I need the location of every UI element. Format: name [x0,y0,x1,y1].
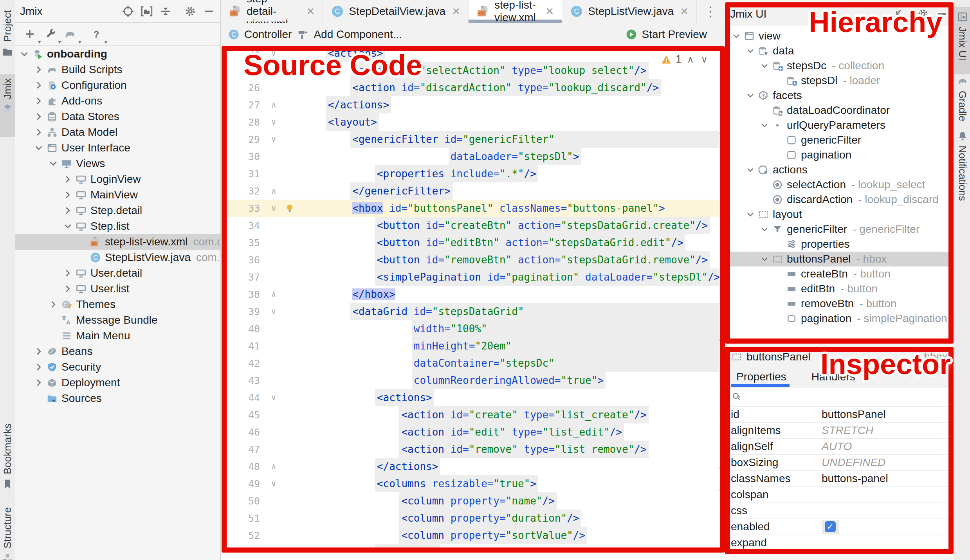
code-line-34[interactable]: 34 <button id="createBtn" action="stepsD… [227,217,719,234]
chevron-right-icon[interactable] [47,299,59,310]
inspection-widget[interactable]: 1 ∧ ∨ [661,53,709,65]
code-line-30[interactable]: 30 dataLoader="stepsDl"> [227,148,719,165]
property-row-height[interactable]: heightUNDEFINED [725,551,953,554]
gear-icon[interactable] [916,7,930,21]
tab-handlers[interactable]: Handlers [811,371,855,383]
editor-tab-step-list-view.xml[interactable]: <>step-list-view.xml✕ [469,0,562,23]
chevron-down-icon[interactable] [745,209,756,220]
code-line-49[interactable]: 49∨ <columns resizable="true"> [227,475,719,492]
project-item-configuration[interactable]: Configuration [15,77,220,93]
hierarchy-node-pagination[interactable]: pagination [725,148,953,162]
hierarchy-node-removebtn[interactable]: removeBtn- button [725,296,953,311]
code-line-39[interactable]: 39∨ <dataGrid id="stepsDataGrid" [227,303,719,320]
add-component-button[interactable]: Add Component... [297,28,402,41]
project-item-data-model[interactable]: Data Model [15,124,220,140]
editor-tab-step-detail-view.xml[interactable]: <>step-detail-view.xml✕ [221,0,323,23]
locate-icon[interactable] [121,5,135,18]
code-line-27[interactable]: 27∧ </actions> [227,96,719,113]
tool-stripe-tab-gradle[interactable]: Gradle [954,71,970,129]
chevron-right-icon[interactable] [62,173,74,185]
chevron-right-icon[interactable] [33,377,45,389]
close-tab-icon[interactable]: ✕ [452,5,460,18]
chevron-right-icon[interactable] [62,283,74,295]
editor-tab-StepDetailView.java[interactable]: CStepDetailView.java✕ [323,0,469,23]
collapse-all-icon[interactable] [159,5,172,18]
project-item-build-scripts[interactable]: Build Scripts [15,62,220,77]
tab-list-menu-icon[interactable]: ⋮ [697,4,725,19]
chevron-down-icon[interactable] [33,142,45,154]
chevron-right-icon[interactable] [62,205,74,216]
chevron-down-icon[interactable] [745,90,756,101]
chevron-right-icon[interactable] [33,79,45,91]
project-item-sources[interactable]: Sources [15,391,220,406]
project-item-user-interface[interactable]: User Interface [15,140,220,156]
fold-marker-icon[interactable]: ∧ [266,548,281,552]
intention-bulb-icon[interactable] [285,203,295,213]
tab-properties[interactable]: Properties [736,371,786,383]
project-item-beans[interactable]: Beans [15,344,220,359]
project-item-step-detail[interactable]: Step.detail [15,203,220,218]
next-problem-icon[interactable]: ∨ [700,54,710,65]
code-line-35[interactable]: 35 <button id="editBtn" action="stepsDat… [227,234,719,251]
tool-stripe-tab-jmix-ui[interactable]: Jmix UI [954,7,970,74]
hierarchy-node-layout[interactable]: layout [725,207,953,222]
property-row-colspan[interactable]: colspan [725,487,953,503]
property-search-field[interactable] [725,387,953,407]
fold-marker-icon[interactable]: ∨ [266,203,281,213]
project-item-mainview[interactable]: MainView [15,187,220,203]
hierarchy-node-data[interactable]: data [725,43,953,58]
code-line-46[interactable]: 46 <action id="edit" type="list_edit"/> [227,423,719,441]
hierarchy-node-stepsdl[interactable]: stepsDl- loader [725,73,953,88]
property-row-classNames[interactable]: classNamesbuttons-panel [725,471,953,487]
code-line-38[interactable]: 38∧ </hbox> [227,286,719,303]
property-row-id[interactable]: idbuttonsPanel [725,407,953,423]
project-item-add-ons[interactable]: Add-ons [15,93,220,109]
property-row-boxSizing[interactable]: boxSizingUNDEFINED [725,455,953,471]
chevron-down-icon[interactable] [745,164,756,176]
code-line-47[interactable]: 47 <action id="remove" type="list_remove… [227,441,719,458]
prev-problem-icon[interactable]: ∧ [685,54,696,65]
project-item-steplistview-java[interactable]: CStepListView.javacom.c [15,250,220,265]
gear-icon[interactable] [184,5,197,18]
project-item-views[interactable]: Views [15,156,220,171]
hierarchy-node-dataloadcoordinator[interactable]: dataLoadCoordinator [725,103,953,118]
start-preview-button[interactable]: Start Preview [626,28,707,41]
chevron-down-icon[interactable] [62,220,74,232]
controller-button[interactable]: C Controller [228,28,292,41]
fold-marker-icon[interactable]: ∨ [266,393,281,402]
tool-stripe-tab-structure[interactable]: Structure [0,503,15,560]
code-line-53[interactable]: 53∧ </columns> [227,544,719,552]
code-line-29[interactable]: 29∨ <genericFilter id="genericFilter" [227,131,719,148]
chevron-right-icon[interactable] [33,64,45,76]
hierarchy-node-discardaction[interactable]: discardAction- lookup_discard [725,192,953,207]
close-tab-icon[interactable]: ✕ [680,5,689,18]
gradle-tasks-button[interactable] [63,27,77,41]
code-line-37[interactable]: 37 <simplePagination id="pagination" dat… [227,268,719,286]
code-line-44[interactable]: 44∨ <actions> [227,389,719,406]
chevron-down-icon[interactable] [47,158,59,169]
project-item-security[interactable]: Security [15,359,220,375]
property-row-css[interactable]: css [725,503,953,519]
hierarchy-node-editbtn[interactable]: editBtn- button [725,281,953,296]
chevron-down-icon[interactable] [759,253,770,265]
code-line-48[interactable]: 48∧ </actions> [227,458,719,475]
project-item-onboarding[interactable]: onboarding [15,46,220,62]
hierarchy-node-genericfilter[interactable]: genericFilter- genericFilter [725,222,953,237]
project-item-user-list[interactable]: User.list [15,281,220,297]
hierarchy-node-selectaction[interactable]: selectAction- lookup_select [725,177,953,192]
chevron-down-icon[interactable] [759,119,770,131]
property-row-expand[interactable]: expand [725,535,953,551]
chevron-right-icon[interactable] [33,126,45,138]
chevron-right-icon[interactable] [33,95,45,107]
project-item-user-detail[interactable]: User.detail [15,265,220,281]
scroll-from-source-icon[interactable] [892,7,905,21]
fold-marker-icon[interactable]: ∨ [266,135,281,144]
code-line-24[interactable]: 24∨ <actions> [227,45,719,62]
close-tab-icon[interactable]: ✕ [545,5,554,18]
chevron-down-icon[interactable] [731,30,742,42]
select-opened-file-icon[interactable] [140,5,153,18]
code-line-28[interactable]: 28∨ <layout> [227,113,719,131]
code-line-33[interactable]: 33∨ <hbox id="buttonsPanel" classNames="… [227,200,719,217]
project-item-step-list[interactable]: Step.list [15,218,220,234]
project-item-data-stores[interactable]: Data Stores [15,109,220,124]
